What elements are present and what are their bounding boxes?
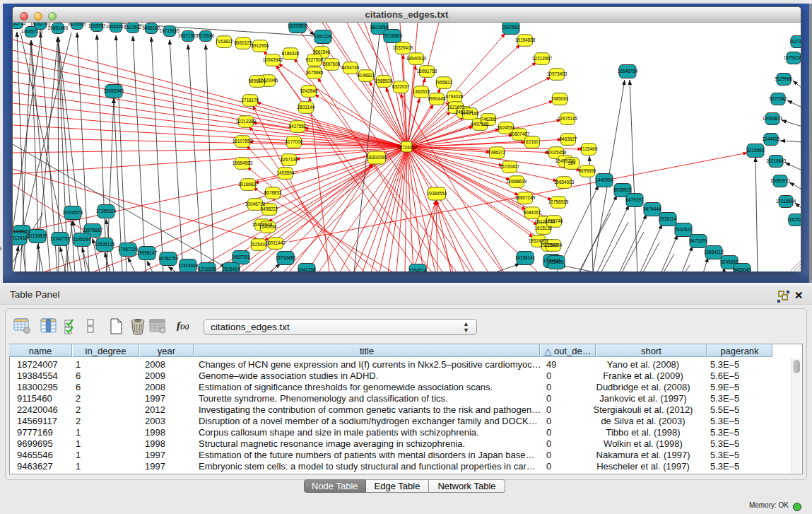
svg-text:1362615: 1362615 — [413, 89, 430, 94]
svg-text:933426: 933426 — [548, 259, 564, 264]
svg-text:17957225: 17957225 — [118, 247, 139, 252]
svg-text:3912432: 3912432 — [13, 235, 28, 240]
svg-text:2935114: 2935114 — [659, 216, 677, 221]
svg-text:19166827: 19166827 — [238, 182, 259, 187]
svg-text:18640910: 18640910 — [406, 56, 427, 61]
svg-text:15692971: 15692971 — [770, 178, 791, 183]
svg-text:584: 584 — [568, 160, 576, 165]
svg-text:12342757: 12342757 — [50, 236, 71, 241]
svg-text:9463627: 9463627 — [560, 136, 577, 141]
svg-text:9896101: 9896101 — [249, 78, 266, 83]
svg-text:19218506: 19218506 — [382, 33, 403, 38]
svg-text:10543342: 10543342 — [263, 57, 283, 62]
svg-text:12213967: 12213967 — [532, 56, 553, 61]
svg-text:9955713: 9955713 — [13, 23, 26, 25]
svg-text:8813054: 8813054 — [371, 25, 389, 30]
svg-text:7955812: 7955812 — [435, 80, 453, 85]
svg-text:20053346: 20053346 — [104, 88, 124, 93]
svg-text:10653267: 10653267 — [106, 24, 126, 29]
svg-text:1201608: 1201608 — [199, 267, 216, 271]
svg-text:16154838: 16154838 — [515, 37, 536, 42]
svg-text:9242848: 9242848 — [300, 88, 318, 93]
svg-text:19654923: 19654923 — [554, 180, 575, 185]
svg-text:2867608: 2867608 — [323, 62, 341, 66]
svg-text:3624534: 3624534 — [498, 125, 515, 130]
svg-text:8678833: 8678833 — [264, 190, 282, 195]
svg-text:20206578: 20206578 — [63, 210, 83, 215]
svg-text:8471676: 8471676 — [690, 238, 707, 243]
svg-text:8427552: 8427552 — [289, 124, 307, 129]
svg-text:10973493: 10973493 — [547, 71, 567, 76]
svg-text:12213383: 12213383 — [236, 119, 257, 124]
svg-text:7485063: 7485063 — [551, 96, 569, 101]
svg-text:16648784: 16648784 — [618, 69, 638, 74]
svg-text:6794028: 6794028 — [446, 94, 464, 99]
svg-text:7515546: 7515546 — [197, 33, 215, 38]
svg-text:9227342: 9227342 — [770, 96, 787, 101]
svg-text:7354574: 7354574 — [409, 268, 427, 271]
svg-text:3267130: 3267130 — [281, 157, 298, 162]
svg-text:9084067: 9084067 — [524, 210, 541, 215]
svg-text:17016504: 17016504 — [776, 199, 796, 204]
svg-text:2087682: 2087682 — [502, 25, 520, 30]
svg-text:1117380: 1117380 — [789, 39, 801, 44]
svg-text:8660123: 8660123 — [235, 40, 252, 45]
svg-text:9777169: 9777169 — [461, 111, 479, 116]
svg-text:8938923: 8938923 — [614, 187, 632, 192]
svg-text:1163052: 1163052 — [88, 23, 106, 28]
svg-text:62160: 62160 — [526, 139, 539, 144]
svg-text:10807487: 10807487 — [510, 132, 530, 136]
svg-text:4177006: 4177006 — [286, 139, 303, 144]
svg-text:19384554: 19384554 — [427, 191, 447, 196]
svg-text:19958147: 19958147 — [137, 250, 158, 255]
svg-text:2803144: 2803144 — [298, 105, 315, 110]
svg-text:12505135: 12505135 — [95, 242, 115, 247]
svg-text:20691406: 20691406 — [48, 25, 69, 30]
svg-text:17359924: 17359924 — [96, 209, 117, 214]
svg-text:1167531: 1167531 — [787, 217, 801, 222]
svg-text:8186328: 8186328 — [282, 51, 300, 56]
svg-text:7632621: 7632621 — [675, 227, 693, 232]
svg-text:6497568: 6497568 — [471, 122, 489, 127]
svg-text:1244415: 1244415 — [763, 136, 780, 141]
svg-text:14136141: 14136141 — [515, 255, 536, 260]
svg-text:7386372: 7386372 — [488, 150, 506, 155]
svg-text:6466160: 6466160 — [143, 25, 160, 30]
svg-text:1145194: 1145194 — [73, 237, 91, 242]
svg-text:1256254: 1256254 — [545, 243, 563, 247]
svg-text:1621072: 1621072 — [447, 105, 465, 110]
svg-text:8454749: 8454749 — [342, 65, 360, 70]
svg-text:9861546: 9861546 — [313, 49, 331, 54]
svg-text:6479197: 6479197 — [626, 197, 644, 202]
svg-text:18807249: 18807249 — [515, 195, 536, 200]
svg-text:2526414: 2526414 — [223, 267, 240, 271]
svg-text:15751074: 15751074 — [784, 55, 801, 60]
svg-text:9327508: 9327508 — [306, 57, 324, 62]
svg-text:9457791: 9457791 — [233, 255, 250, 259]
svg-text:3675685: 3675685 — [306, 70, 324, 75]
svg-text:2718176: 2718176 — [242, 98, 259, 103]
svg-text:1263746: 1263746 — [546, 218, 563, 223]
svg-text:1453594: 1453594 — [277, 170, 295, 175]
svg-text:1440954: 1440954 — [596, 177, 613, 182]
svg-text:1527602: 1527602 — [124, 25, 142, 30]
svg-text:16210643: 16210643 — [766, 158, 787, 163]
svg-text:18724007: 18724007 — [397, 145, 418, 150]
svg-text:1942158: 1942158 — [298, 267, 316, 271]
svg-text:18302095: 18302095 — [367, 155, 387, 160]
svg-text:10654112: 10654112 — [704, 250, 724, 255]
svg-text:7163822: 7163822 — [216, 39, 233, 44]
svg-text:12975115: 12975115 — [558, 116, 577, 121]
svg-text:12093873: 12093873 — [763, 116, 783, 121]
svg-text:9699695: 9699695 — [579, 168, 596, 173]
svg-text:15720407: 15720407 — [500, 164, 520, 169]
svg-text:16033809: 16033809 — [288, 23, 308, 28]
svg-text:10719185: 10719185 — [160, 28, 180, 33]
svg-text:10688609: 10688609 — [507, 179, 527, 184]
svg-text:10025458: 10025458 — [546, 150, 567, 155]
svg-text:10046718: 10046718 — [245, 201, 266, 206]
svg-text:8990448: 8990448 — [428, 96, 446, 101]
svg-text:8322037: 8322037 — [392, 84, 410, 89]
svg-text:12323468: 12323468 — [178, 263, 199, 268]
svg-text:1540934: 1540934 — [259, 224, 277, 229]
